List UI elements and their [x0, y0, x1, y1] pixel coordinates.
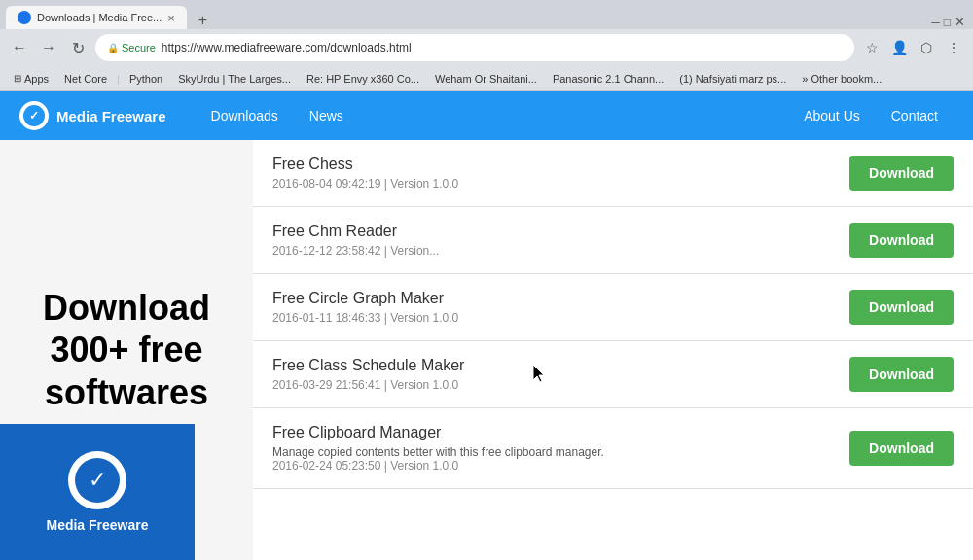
software-item-0: Free Chess 2016-08-04 09:42:19 | Version… — [253, 140, 973, 207]
software-item-1: Free Chm Reader 2016-12-12 23:58:42 | Ve… — [253, 207, 973, 274]
promo-text: Download 300+ free softwares — [0, 287, 253, 413]
nav-right: About Us Contact — [788, 91, 954, 140]
bookmark-apps-label: Apps — [24, 73, 49, 85]
software-info-1: Free Chm Reader 2016-12-12 23:58:42 | Ve… — [272, 223, 849, 258]
software-meta-0: 2016-08-04 09:42:19 | Version 1.0.0 — [272, 177, 849, 191]
software-list: Free Chess 2016-08-04 09:42:19 | Version… — [253, 140, 973, 560]
software-item-2: Free Circle Graph Maker 2016-01-11 18:46… — [253, 274, 973, 341]
software-name-4: Free Clipboard Manager — [272, 424, 849, 441]
software-item-4: Free Clipboard Manager Manage copied con… — [253, 408, 973, 489]
bookmark-panasonic[interactable]: Panasonic 2.1 Chann... — [547, 71, 669, 87]
bookmark-apps[interactable]: ⊞ Apps — [8, 71, 54, 87]
bookmark-hp[interactable]: Re: HP Envy x360 Co... — [301, 71, 425, 87]
software-name-3: Free Class Schedule Maker — [272, 357, 849, 374]
secure-label: Secure — [122, 42, 156, 53]
bookmark-nafsiyati[interactable]: (1) Nafsiyati marz ps... — [673, 71, 792, 87]
software-desc-4: Manage copied contents better with this … — [272, 445, 849, 459]
software-meta-4: 2016-02-24 05:23:50 | Version 1.0.0 — [272, 459, 849, 472]
software-info-2: Free Circle Graph Maker 2016-01-11 18:46… — [272, 290, 849, 325]
bookmark-weham-label: Weham Or Shaitani... — [435, 73, 537, 85]
url-text: https://www.mediafreeware.com/downloads.… — [162, 41, 843, 54]
download-btn-2[interactable]: Download — [849, 290, 954, 325]
bookmark-hp-label: Re: HP Envy x360 Co... — [306, 73, 419, 85]
software-name-0: Free Chess — [272, 156, 849, 173]
software-item-3: Free Class Schedule Maker 2016-03-29 21:… — [253, 341, 973, 408]
bookmark-skyurdu[interactable]: SkyUrdu | The Larges... — [172, 71, 297, 87]
bookmarks-bar: ⊞ Apps Net Core | Python SkyUrdu | The L… — [0, 66, 973, 91]
promo-overlay: Download 300+ free softwares — [0, 140, 253, 560]
nav-links: Downloads News — [196, 91, 359, 140]
software-name-1: Free Chm Reader — [272, 223, 849, 240]
software-meta-3: 2016-03-29 21:56:41 | Version 1.0.0 — [272, 378, 849, 392]
reload-button[interactable]: ↻ — [66, 36, 90, 59]
menu-button[interactable]: ⋮ — [942, 36, 965, 59]
download-btn-0[interactable]: Download — [849, 156, 954, 191]
nav-downloads[interactable]: Downloads — [196, 91, 294, 140]
profile-button[interactable]: 👤 — [887, 36, 911, 59]
new-tab-button[interactable]: + — [191, 12, 215, 29]
site-nav: ✓ Media Freeware Downloads News About Us… — [0, 91, 973, 140]
nav-contact[interactable]: Contact — [876, 91, 954, 140]
lock-icon: 🔒 — [107, 43, 119, 53]
left-panel: Download 300+ free softwares ✓ Media Fre… — [0, 140, 253, 560]
download-btn-1[interactable]: Download — [849, 223, 954, 258]
logo-inner: ✓ — [23, 105, 45, 126]
browser-chrome: Downloads | Media Free... × + ─ □ ✕ ← → … — [0, 0, 973, 91]
extensions-button[interactable]: ⬡ — [915, 36, 938, 59]
bookmark-python[interactable]: Python — [124, 71, 168, 87]
download-btn-3[interactable]: Download — [849, 357, 954, 392]
close-tab-button[interactable]: × — [167, 11, 175, 25]
bookmark-python-label: Python — [129, 73, 162, 85]
software-meta-1: 2016-12-12 23:58:42 | Version... — [272, 244, 849, 258]
nav-about[interactable]: About Us — [788, 91, 876, 140]
download-btn-4[interactable]: Download — [849, 431, 954, 466]
logo-check-icon: ✓ — [29, 109, 39, 122]
bookmark-other-label: » Other bookm... — [802, 73, 882, 85]
software-info-4: Free Clipboard Manager Manage copied con… — [272, 424, 849, 472]
logo-area: ✓ Media Freeware — [19, 101, 166, 130]
software-meta-2: 2016-01-11 18:46:33 | Version 1.0.0 — [272, 311, 849, 325]
bookmark-button[interactable]: ☆ — [860, 36, 883, 59]
logo-circle: ✓ — [19, 101, 49, 130]
bookmark-netcore-label: Net Core — [64, 73, 107, 85]
tab-title: Downloads | Media Free... — [37, 12, 162, 23]
back-button[interactable]: ← — [8, 36, 31, 59]
bookmark-skyurdu-label: SkyUrdu | The Larges... — [178, 73, 291, 85]
software-name-2: Free Circle Graph Maker — [272, 290, 849, 307]
address-bar-row: ← → ↻ 🔒 Secure https://www.mediafreeware… — [0, 29, 973, 66]
active-tab[interactable]: Downloads | Media Free... × — [6, 6, 187, 29]
software-info-3: Free Class Schedule Maker 2016-03-29 21:… — [272, 357, 849, 392]
bookmark-netcore[interactable]: Net Core — [58, 71, 113, 87]
apps-icon: ⊞ — [14, 73, 21, 84]
tab-favicon — [18, 11, 31, 24]
bookmark-nafsiyati-label: (1) Nafsiyati marz ps... — [679, 73, 786, 85]
secure-badge: 🔒 Secure — [107, 42, 156, 53]
software-info-0: Free Chess 2016-08-04 09:42:19 | Version… — [272, 156, 849, 191]
bookmark-panasonic-label: Panasonic 2.1 Chann... — [553, 73, 664, 85]
bookmark-weham[interactable]: Weham Or Shaitani... — [429, 71, 543, 87]
content-area: Download 300+ free softwares ✓ Media Fre… — [0, 140, 973, 560]
nav-news[interactable]: News — [294, 91, 359, 140]
address-bar-right: ☆ 👤 ⬡ ⋮ — [860, 36, 965, 59]
bookmark-other[interactable]: » Other bookm... — [796, 71, 887, 87]
forward-button[interactable]: → — [37, 36, 60, 59]
tab-bar: Downloads | Media Free... × + ─ □ ✕ — [0, 0, 973, 29]
logo-text[interactable]: Media Freeware — [56, 108, 166, 124]
address-bar[interactable]: 🔒 Secure https://www.mediafreeware.com/d… — [95, 34, 854, 61]
